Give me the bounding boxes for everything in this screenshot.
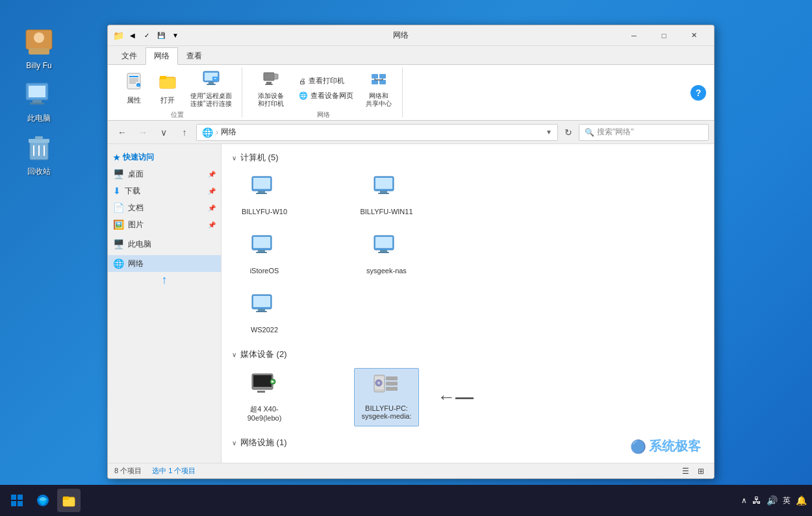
taskbar-notifications-icon[interactable]: 🔔 xyxy=(796,495,807,506)
svg-rect-47 xyxy=(380,191,387,193)
desktop-icon-this-pc[interactable]: 此电脑 xyxy=(13,77,65,127)
view-tiles-button[interactable]: ⊞ xyxy=(694,465,707,477)
file-item-ws2022-label: WS2022 xyxy=(251,326,278,334)
nav-up-button[interactable]: ↑ xyxy=(175,123,194,141)
svg-rect-14 xyxy=(129,76,138,77)
file-item-ws2022[interactable]: WS2022 xyxy=(232,289,297,338)
taskbar-edge-button[interactable] xyxy=(31,489,55,512)
svg-rect-22 xyxy=(160,76,166,79)
nav-bar: ← → ∨ ↑ 🌐 › 网络 ▼ ↻ 🔍 搜索"网络" xyxy=(108,121,714,144)
titlebar-qat-dropdown[interactable]: ▼ xyxy=(169,29,182,42)
ribbon-btn-properties[interactable]: i 属性 xyxy=(118,69,149,108)
taskbar-speaker-icon[interactable]: 🔊 xyxy=(767,495,778,506)
sidebar-item-desktop[interactable]: 🖥️ 桌面 📌 xyxy=(108,166,221,182)
svg-point-87 xyxy=(40,497,46,501)
maximize-button[interactable]: □ xyxy=(649,25,679,46)
close-button[interactable]: ✕ xyxy=(679,25,709,46)
help-button[interactable]: ? xyxy=(691,85,706,101)
file-item-istoreos[interactable]: iStoreOS xyxy=(232,230,297,279)
media-devices-grid: 超4 X40-90e9(lebo) xyxy=(232,368,704,426)
ribbon-btn-network-center[interactable]: 网络和共享中心 xyxy=(361,69,397,108)
titlebar-qat-save[interactable]: 💾 xyxy=(155,29,168,42)
desktop-icon-billy-fu[interactable]: Billy Fu xyxy=(13,25,65,73)
section-media-devices-header[interactable]: ∨ 媒体设备 (2) xyxy=(232,349,704,360)
titlebar-title: 网络 xyxy=(182,30,619,41)
tab-file[interactable]: 文件 xyxy=(113,47,146,64)
svg-rect-9 xyxy=(35,136,43,140)
svg-rect-70 xyxy=(386,387,398,391)
view-details-button[interactable]: ☰ xyxy=(679,465,692,477)
sidebar-item-network[interactable]: 🌐 网络 xyxy=(108,255,221,272)
svg-rect-17 xyxy=(129,82,136,84)
svg-rect-55 xyxy=(380,250,387,252)
ribbon-btn-open[interactable]: 打开 xyxy=(152,69,183,108)
search-bar[interactable]: 🔍 搜索"网络" xyxy=(579,124,709,141)
computers-grid: BILLYFU-W10 BILLYFU-WIN11 xyxy=(232,171,704,220)
address-bar[interactable]: 🌐 › 网络 ▼ xyxy=(196,124,558,141)
svg-rect-2 xyxy=(29,48,49,55)
taskbar-explorer-button[interactable] xyxy=(57,489,81,512)
nav-forward-button[interactable]: → xyxy=(134,123,152,141)
sidebar-item-download[interactable]: ⬇ 下载 📌 xyxy=(108,182,221,199)
address-dropdown-arrow[interactable]: ▼ xyxy=(546,129,552,136)
svg-rect-35 xyxy=(372,80,378,84)
taskbar-lang[interactable]: 英 xyxy=(783,495,791,506)
nav-back-button[interactable]: ← xyxy=(113,123,131,141)
taskbar-up-arrow[interactable]: ∧ xyxy=(741,496,747,505)
this-pc-icon-sidebar: 🖥️ xyxy=(113,239,124,249)
file-item-istoreos-label: iStoreOS xyxy=(250,267,279,275)
file-item-chao4[interactable]: 超4 X40-90e9(lebo) xyxy=(232,368,297,426)
svg-rect-52 xyxy=(256,252,267,253)
tab-view[interactable]: 查看 xyxy=(178,47,210,64)
ribbon-group-network: 添加设备和打印机 🖨 查看打印机 🌐 查看设备网页 xyxy=(245,68,403,117)
section-computers-header[interactable]: ∨ 计算机 (5) xyxy=(232,152,704,164)
sidebar-up-arrow: ↑ xyxy=(108,272,221,288)
arrow-indicator: ← — xyxy=(437,368,474,426)
file-item-sysgeek-nas[interactable]: sysgeek-nas xyxy=(354,230,419,279)
ribbon-btn-remote-label: 使用"远程桌面连接"进行连接 xyxy=(190,92,232,108)
taskbar-tray: ∧ 🖧 🔊 英 🔔 xyxy=(741,495,807,506)
file-item-billyfu-w10[interactable]: BILLYFU-W10 xyxy=(232,171,297,220)
content-area: ∨ 计算机 (5) BILLYFU-W10 xyxy=(222,144,714,463)
sidebar-item-documents[interactable]: 📄 文档 📌 xyxy=(108,199,221,216)
address-refresh-button[interactable]: ↻ xyxy=(561,125,576,140)
file-item-openwrt[interactable]: OpenWRT router xyxy=(232,456,297,463)
desktop-icon-recycle-bin[interactable]: 回收站 xyxy=(13,130,65,180)
svg-rect-26 xyxy=(207,84,216,85)
svg-rect-90 xyxy=(63,497,69,500)
ribbon-btn-remote-desktop[interactable]: 使用"远程桌面连接"进行连接 xyxy=(186,69,236,108)
sidebar-item-this-pc[interactable]: 🖥️ 此电脑 xyxy=(108,236,221,252)
file-item-billyfu-pc-sysgeek[interactable]: BILLYFU-PC: sysgeek-media: xyxy=(354,368,419,426)
titlebar-qat-back[interactable]: ◀ xyxy=(126,29,139,42)
sidebar-header-quick-access[interactable]: ★ 快速访问 xyxy=(108,149,221,166)
sidebar-section-this-pc: 🖥️ 此电脑 xyxy=(108,236,221,252)
address-bar-icon: 🌐 xyxy=(202,127,213,138)
ribbon-btn-properties-label: 属性 xyxy=(127,95,141,105)
taskbar: ∧ 🖧 🔊 英 🔔 xyxy=(0,485,812,516)
tab-network[interactable]: 网络 xyxy=(146,47,178,65)
ribbon: 文件 网络 查看 xyxy=(108,46,714,121)
sidebar: ★ 快速访问 🖥️ 桌面 📌 ⬇ 下载 📌 📄 文档 📌 xyxy=(108,144,222,463)
sidebar-item-pictures[interactable]: 🖼️ 图片 📌 xyxy=(108,216,221,233)
taskbar-network-icon[interactable]: 🖧 xyxy=(752,495,761,506)
file-item-billyfu-win11[interactable]: BILLYFU-WIN11 xyxy=(354,171,419,220)
chevron-computers: ∨ xyxy=(232,154,236,162)
titlebar-qat-check[interactable]: ✓ xyxy=(140,29,153,42)
ribbon-btn-add-device[interactable]: 添加设备和打印机 xyxy=(250,69,292,108)
svg-rect-68 xyxy=(386,376,398,380)
svg-text:i: i xyxy=(138,84,138,88)
svg-rect-50 xyxy=(253,237,270,248)
taskbar-start-button[interactable] xyxy=(5,489,29,512)
sidebar-item-desktop-label: 桌面 xyxy=(128,169,144,180)
minimize-button[interactable]: ─ xyxy=(619,25,649,46)
sidebar-section-quick-access: ★ 快速访问 🖥️ 桌面 📌 ⬇ 下载 📌 📄 文档 📌 xyxy=(108,149,221,233)
desktop-icon-sidebar: 🖥️ xyxy=(113,169,124,179)
ribbon-btn-view-printer[interactable]: 🖨 查看打印机 xyxy=(294,74,358,88)
chevron-media: ∨ xyxy=(232,351,236,358)
computers-grid-row2: iStoreOS sysgeek-nas xyxy=(232,230,704,279)
sidebar-item-network-label: 网络 xyxy=(128,258,144,269)
address-bar-text: 网络 xyxy=(221,127,543,138)
nav-recent-button[interactable]: ∨ xyxy=(155,123,173,141)
file-item-sysgeek-nas-label: sysgeek-nas xyxy=(366,267,407,275)
ribbon-btn-view-device-page[interactable]: 🌐 查看设备网页 xyxy=(294,89,358,103)
